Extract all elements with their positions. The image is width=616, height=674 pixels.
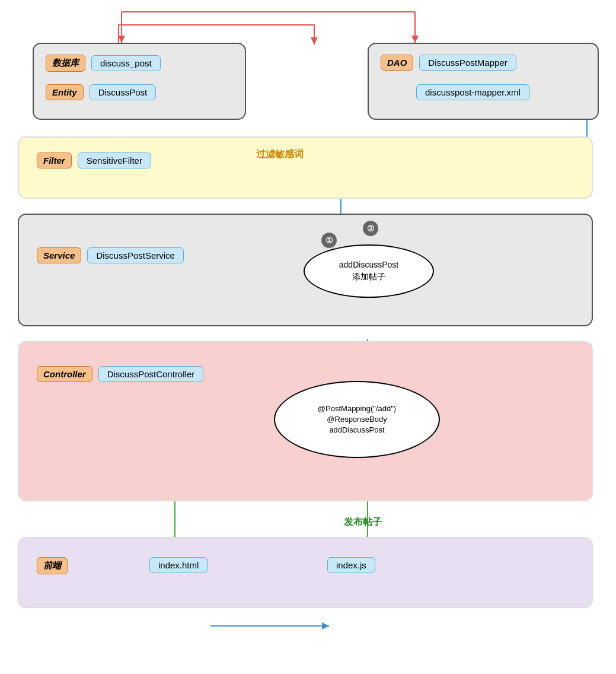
frontend-panel: 前端 index.html index.js xyxy=(18,537,593,608)
service-label: Service xyxy=(37,247,81,263)
filter-annotation: 过滤敏感词 xyxy=(256,148,304,161)
badge-1: ① xyxy=(321,233,337,248)
badge-2: ② xyxy=(363,221,378,236)
index-js-label: index.js xyxy=(327,557,375,573)
discuss-post-controller-label: DiscussPostController xyxy=(98,366,204,382)
entity-label: Entity xyxy=(46,84,84,100)
dao-panel: DAO DiscussPostMapper discusspost-mapper… xyxy=(368,43,599,120)
filter-label: Filter xyxy=(37,152,72,168)
db-entity-panel: 数据库 discuss_post Entity DiscussPost xyxy=(33,43,246,120)
controller-panel: Controller DiscussPostController @PostMa… xyxy=(18,341,593,501)
index-html-label: index.html xyxy=(149,557,208,573)
discuss-post-table-label: discuss_post xyxy=(91,55,161,71)
frontend-label: 前端 xyxy=(37,557,68,574)
diagram: 数据库 discuss_post Entity DiscussPost DAO … xyxy=(0,0,616,674)
discuss-post-mapper-label: DiscussPostMapper xyxy=(419,55,516,71)
controller-label: Controller xyxy=(37,366,92,382)
discuss-post-service-label: DiscussPostService xyxy=(87,247,184,263)
filter-panel: Filter SensitiveFilter 过滤敏感词 xyxy=(18,136,593,199)
add-discuss-post-oval: addDiscussPost 添加帖子 xyxy=(304,244,434,298)
service-panel: Service DiscussPostService ① ② addDiscus… xyxy=(18,214,593,326)
discuss-post-entity-label: DiscussPost xyxy=(90,84,157,100)
publish-annotation: 发布帖子 xyxy=(344,516,382,529)
db-label: 数据库 xyxy=(46,55,85,72)
mapper-xml-label: discusspost-mapper.xml xyxy=(416,84,529,100)
sensitive-filter-label: SensitiveFilter xyxy=(78,152,151,168)
post-mapping-oval: @PostMapping("/add") @ResponseBody addDi… xyxy=(274,381,440,458)
dao-label: DAO xyxy=(381,55,413,71)
